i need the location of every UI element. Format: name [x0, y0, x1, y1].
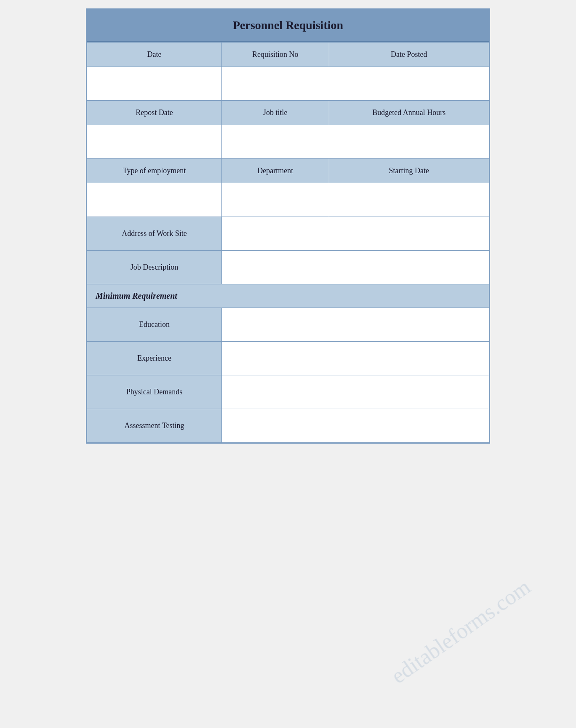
- education-input[interactable]: [222, 308, 489, 342]
- employment-header-row: Type of employment Department Starting D…: [87, 159, 489, 183]
- department-input[interactable]: [222, 183, 329, 217]
- budgeted-hours-input[interactable]: [329, 125, 489, 159]
- header-row: Date Requisition No Date Posted: [87, 43, 489, 67]
- job-title-label: Job title: [222, 101, 329, 125]
- date-posted-input[interactable]: [329, 67, 489, 101]
- form-container: Personnel Requisition Date Requisition N…: [86, 8, 490, 444]
- requisition-no-input[interactable]: [222, 67, 329, 101]
- starting-date-label: Starting Date: [329, 159, 489, 183]
- repost-date-label: Repost Date: [87, 101, 222, 125]
- physical-demands-label: Physical Demands: [87, 375, 222, 409]
- starting-date-input[interactable]: [329, 183, 489, 217]
- date-data-row: [87, 67, 489, 101]
- date-input[interactable]: [87, 67, 222, 101]
- repost-header-row: Repost Date Job title Budgeted Annual Ho…: [87, 101, 489, 125]
- assessment-label: Assessment Testing: [87, 409, 222, 443]
- date-label: Date: [87, 43, 222, 67]
- description-row: Job Description: [87, 251, 489, 284]
- min-req-header-row: Minimum Requirement: [87, 284, 489, 308]
- experience-row: Experience: [87, 342, 489, 375]
- description-input[interactable]: [222, 251, 489, 284]
- assessment-row: Assessment Testing: [87, 409, 489, 443]
- min-req-label: Minimum Requirement: [87, 284, 489, 308]
- physical-row: Physical Demands: [87, 375, 489, 409]
- address-label: Address of Work Site: [87, 217, 222, 251]
- repost-date-input[interactable]: [87, 125, 222, 159]
- employment-type-input[interactable]: [87, 183, 222, 217]
- form-title: Personnel Requisition: [87, 9, 489, 42]
- experience-input[interactable]: [222, 342, 489, 375]
- repost-data-row: [87, 125, 489, 159]
- address-row: Address of Work Site: [87, 217, 489, 251]
- main-table: Date Requisition No Date Posted Repost D…: [87, 42, 489, 443]
- education-row: Education: [87, 308, 489, 342]
- assessment-input[interactable]: [222, 409, 489, 443]
- employment-type-label: Type of employment: [87, 159, 222, 183]
- employment-data-row: [87, 183, 489, 217]
- description-label: Job Description: [87, 251, 222, 284]
- requisition-label: Requisition No: [222, 43, 329, 67]
- job-title-input[interactable]: [222, 125, 329, 159]
- education-label: Education: [87, 308, 222, 342]
- experience-label: Experience: [87, 342, 222, 375]
- physical-demands-input[interactable]: [222, 375, 489, 409]
- date-posted-label: Date Posted: [329, 43, 489, 67]
- budgeted-hours-label: Budgeted Annual Hours: [329, 101, 489, 125]
- department-label: Department: [222, 159, 329, 183]
- address-input[interactable]: [222, 217, 489, 251]
